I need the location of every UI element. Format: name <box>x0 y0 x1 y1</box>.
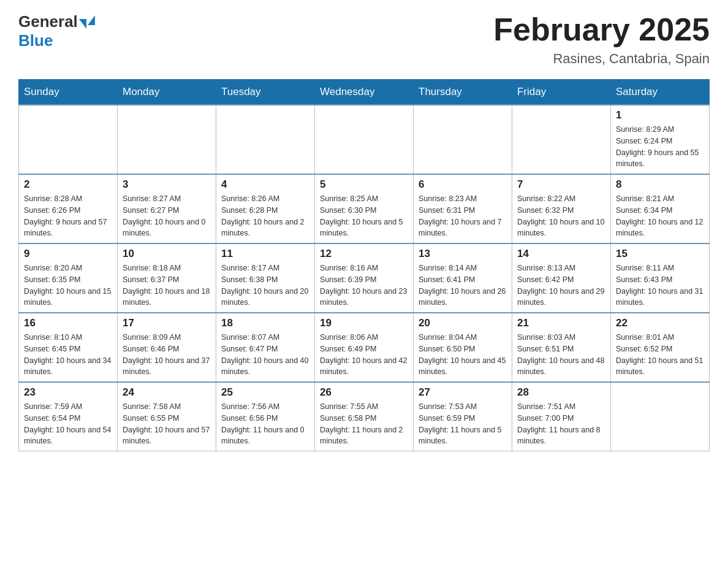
week-row-4: 16Sunrise: 8:10 AM Sunset: 6:45 PM Dayli… <box>19 313 710 382</box>
day-info: Sunrise: 7:58 AM Sunset: 6:55 PM Dayligh… <box>123 401 211 447</box>
calendar-cell: 27Sunrise: 7:53 AM Sunset: 6:59 PM Dayli… <box>414 382 512 451</box>
calendar-cell <box>118 105 216 174</box>
day-info: Sunrise: 8:07 AM Sunset: 6:47 PM Dayligh… <box>221 332 309 378</box>
column-header-sunday: Sunday <box>19 80 118 105</box>
day-number: 19 <box>320 317 408 329</box>
column-header-saturday: Saturday <box>611 80 710 105</box>
calendar-cell <box>315 105 414 174</box>
day-number: 13 <box>419 248 507 260</box>
day-number: 12 <box>320 248 408 260</box>
day-info: Sunrise: 8:03 AM Sunset: 6:51 PM Dayligh… <box>517 332 605 378</box>
calendar-cell <box>512 105 611 174</box>
calendar-cell <box>414 105 512 174</box>
calendar-cell: 24Sunrise: 7:58 AM Sunset: 6:55 PM Dayli… <box>118 382 216 451</box>
day-info: Sunrise: 8:14 AM Sunset: 6:41 PM Dayligh… <box>419 262 507 308</box>
day-info: Sunrise: 8:06 AM Sunset: 6:49 PM Dayligh… <box>320 332 408 378</box>
week-row-1: 1Sunrise: 8:29 AM Sunset: 6:24 PM Daylig… <box>19 105 710 174</box>
calendar-cell: 25Sunrise: 7:56 AM Sunset: 6:56 PM Dayli… <box>216 382 315 451</box>
day-info: Sunrise: 8:13 AM Sunset: 6:42 PM Dayligh… <box>517 262 605 308</box>
calendar-cell: 3Sunrise: 8:27 AM Sunset: 6:27 PM Daylig… <box>118 174 216 243</box>
week-row-2: 2Sunrise: 8:28 AM Sunset: 6:26 PM Daylig… <box>19 174 710 243</box>
calendar-title: February 2025 <box>493 12 710 47</box>
day-info: Sunrise: 8:20 AM Sunset: 6:35 PM Dayligh… <box>24 262 112 308</box>
calendar-cell: 21Sunrise: 8:03 AM Sunset: 6:51 PM Dayli… <box>512 313 611 382</box>
day-number: 21 <box>517 317 605 329</box>
calendar-cell: 19Sunrise: 8:06 AM Sunset: 6:49 PM Dayli… <box>315 313 414 382</box>
logo-general-text: General <box>18 12 78 31</box>
day-info: Sunrise: 7:51 AM Sunset: 7:00 PM Dayligh… <box>517 401 605 447</box>
day-info: Sunrise: 8:18 AM Sunset: 6:37 PM Dayligh… <box>123 262 211 308</box>
day-number: 6 <box>419 178 507 191</box>
calendar-cell: 8Sunrise: 8:21 AM Sunset: 6:34 PM Daylig… <box>611 174 710 243</box>
day-info: Sunrise: 8:01 AM Sunset: 6:52 PM Dayligh… <box>616 332 704 378</box>
column-header-friday: Friday <box>512 80 611 105</box>
day-info: Sunrise: 8:26 AM Sunset: 6:28 PM Dayligh… <box>221 193 309 239</box>
day-number: 25 <box>221 386 309 399</box>
day-info: Sunrise: 7:59 AM Sunset: 6:54 PM Dayligh… <box>24 401 112 447</box>
day-number: 9 <box>24 248 112 260</box>
calendar-cell: 1Sunrise: 8:29 AM Sunset: 6:24 PM Daylig… <box>611 105 710 174</box>
day-number: 18 <box>221 317 309 329</box>
column-header-wednesday: Wednesday <box>315 80 414 105</box>
calendar-cell: 4Sunrise: 8:26 AM Sunset: 6:28 PM Daylig… <box>216 174 315 243</box>
logo-blue-text: Blue <box>18 31 53 50</box>
calendar-table: SundayMondayTuesdayWednesdayThursdayFrid… <box>18 79 710 451</box>
column-header-tuesday: Tuesday <box>216 80 315 105</box>
calendar-cell: 26Sunrise: 7:55 AM Sunset: 6:58 PM Dayli… <box>315 382 414 451</box>
title-area: February 2025 Rasines, Cantabria, Spain <box>493 12 710 67</box>
column-header-thursday: Thursday <box>414 80 512 105</box>
day-info: Sunrise: 8:11 AM Sunset: 6:43 PM Dayligh… <box>616 262 704 308</box>
calendar-cell: 14Sunrise: 8:13 AM Sunset: 6:42 PM Dayli… <box>512 243 611 313</box>
day-number: 11 <box>221 248 309 260</box>
column-header-monday: Monday <box>118 80 216 105</box>
day-info: Sunrise: 8:22 AM Sunset: 6:32 PM Dayligh… <box>517 193 605 239</box>
calendar-cell: 17Sunrise: 8:09 AM Sunset: 6:46 PM Dayli… <box>118 313 216 382</box>
day-info: Sunrise: 8:29 AM Sunset: 6:24 PM Dayligh… <box>616 124 704 170</box>
page-header: General Blue February 2025 Rasines, Cant… <box>18 12 710 67</box>
day-info: Sunrise: 8:10 AM Sunset: 6:45 PM Dayligh… <box>24 332 112 378</box>
day-number: 4 <box>221 178 309 191</box>
day-number: 24 <box>123 386 211 399</box>
calendar-cell: 5Sunrise: 8:25 AM Sunset: 6:30 PM Daylig… <box>315 174 414 243</box>
calendar-cell: 23Sunrise: 7:59 AM Sunset: 6:54 PM Dayli… <box>19 382 118 451</box>
day-info: Sunrise: 8:04 AM Sunset: 6:50 PM Dayligh… <box>419 332 507 378</box>
calendar-cell: 11Sunrise: 8:17 AM Sunset: 6:38 PM Dayli… <box>216 243 315 313</box>
day-info: Sunrise: 7:56 AM Sunset: 6:56 PM Dayligh… <box>221 401 309 447</box>
day-number: 3 <box>123 178 211 191</box>
day-number: 26 <box>320 386 408 399</box>
calendar-cell: 16Sunrise: 8:10 AM Sunset: 6:45 PM Dayli… <box>19 313 118 382</box>
calendar-cell <box>19 105 118 174</box>
calendar-cell: 18Sunrise: 8:07 AM Sunset: 6:47 PM Dayli… <box>216 313 315 382</box>
week-row-3: 9Sunrise: 8:20 AM Sunset: 6:35 PM Daylig… <box>19 243 710 313</box>
day-info: Sunrise: 8:23 AM Sunset: 6:31 PM Dayligh… <box>419 193 507 239</box>
calendar-cell: 2Sunrise: 8:28 AM Sunset: 6:26 PM Daylig… <box>19 174 118 243</box>
day-info: Sunrise: 8:27 AM Sunset: 6:27 PM Dayligh… <box>123 193 211 239</box>
day-number: 14 <box>517 248 605 260</box>
logo-arrow2-icon <box>88 15 95 25</box>
day-number: 27 <box>419 386 507 399</box>
day-info: Sunrise: 8:16 AM Sunset: 6:39 PM Dayligh… <box>320 262 408 308</box>
calendar-cell: 22Sunrise: 8:01 AM Sunset: 6:52 PM Dayli… <box>611 313 710 382</box>
calendar-cell: 12Sunrise: 8:16 AM Sunset: 6:39 PM Dayli… <box>315 243 414 313</box>
day-info: Sunrise: 8:17 AM Sunset: 6:38 PM Dayligh… <box>221 262 309 308</box>
day-number: 22 <box>616 317 704 329</box>
day-number: 7 <box>517 178 605 191</box>
day-info: Sunrise: 8:28 AM Sunset: 6:26 PM Dayligh… <box>24 193 112 239</box>
day-number: 17 <box>123 317 211 329</box>
calendar-cell: 10Sunrise: 8:18 AM Sunset: 6:37 PM Dayli… <box>118 243 216 313</box>
calendar-cell: 20Sunrise: 8:04 AM Sunset: 6:50 PM Dayli… <box>414 313 512 382</box>
day-info: Sunrise: 7:53 AM Sunset: 6:59 PM Dayligh… <box>419 401 507 447</box>
calendar-cell: 9Sunrise: 8:20 AM Sunset: 6:35 PM Daylig… <box>19 243 118 313</box>
day-number: 10 <box>123 248 211 260</box>
day-info: Sunrise: 8:09 AM Sunset: 6:46 PM Dayligh… <box>123 332 211 378</box>
day-number: 23 <box>24 386 112 399</box>
calendar-subtitle: Rasines, Cantabria, Spain <box>493 51 710 67</box>
calendar-cell: 6Sunrise: 8:23 AM Sunset: 6:31 PM Daylig… <box>414 174 512 243</box>
day-info: Sunrise: 8:21 AM Sunset: 6:34 PM Dayligh… <box>616 193 704 239</box>
day-number: 28 <box>517 386 605 399</box>
calendar-cell: 28Sunrise: 7:51 AM Sunset: 7:00 PM Dayli… <box>512 382 611 451</box>
calendar-cell: 7Sunrise: 8:22 AM Sunset: 6:32 PM Daylig… <box>512 174 611 243</box>
day-number: 8 <box>616 178 704 191</box>
day-info: Sunrise: 8:25 AM Sunset: 6:30 PM Dayligh… <box>320 193 408 239</box>
day-number: 2 <box>24 178 112 191</box>
